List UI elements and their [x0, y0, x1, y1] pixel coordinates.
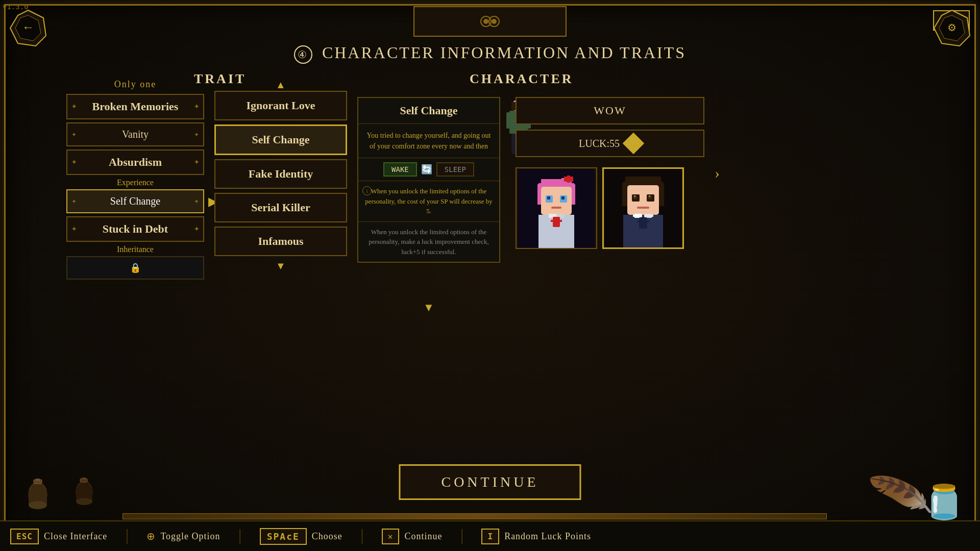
sleep-button[interactable]: SLEEP: [436, 162, 474, 177]
toggle-separator: 🔄: [421, 164, 432, 175]
svg-rect-49: [637, 207, 649, 209]
detail-scroll-down[interactable]: ▼: [357, 301, 500, 314]
svg-text:←: ←: [22, 20, 34, 34]
scroll-up-arrow[interactable]: ▲: [214, 79, 347, 91]
experience-label: Experience: [66, 178, 204, 187]
scroll-down-arrow[interactable]: ▼: [214, 260, 347, 272]
inheritance-label: Inheritance: [66, 245, 204, 254]
svg-rect-25: [567, 176, 570, 183]
character-portraits: ›: [516, 167, 704, 249]
detail-effect-1: i When you unlock the limited options of…: [358, 181, 499, 222]
only-one-label: Only one: [66, 79, 204, 90]
bottom-hotkey-bar: ESC Close Interface │ ⊕ Toggle Option │ …: [0, 520, 980, 551]
top-center-decoration: [413, 6, 567, 37]
character-name-box: WOW: [516, 97, 704, 124]
lock-icon: 🔒: [130, 262, 141, 273]
trait-vanity[interactable]: Vanity: [66, 122, 204, 146]
detail-description: You tried to change yourself, and going …: [358, 124, 499, 158]
esc-key-badge[interactable]: ESC: [10, 529, 39, 544]
trait-stuck-in-debt[interactable]: Stuck in Debt: [66, 216, 204, 242]
svg-rect-31: [551, 207, 561, 209]
decorative-bottles: [26, 474, 107, 525]
svg-rect-14: [506, 112, 511, 129]
space-key-badge[interactable]: SPAcE: [260, 528, 307, 545]
option-ignorant-love[interactable]: Ignorant Love: [214, 91, 347, 120]
separator-1: │: [122, 530, 131, 543]
continue-button[interactable]: CONTINUE: [399, 464, 581, 500]
toggle-option-label: Toggle Option: [160, 531, 220, 542]
inkwell-decoration: 🫙: [923, 483, 965, 521]
detail-title: Self Change: [358, 98, 499, 124]
svg-rect-53: [633, 215, 642, 217]
info-icon-1: i: [362, 186, 372, 195]
option-infamous[interactable]: Infamous: [214, 227, 347, 256]
svg-point-3: [492, 19, 497, 24]
svg-point-66: [76, 498, 92, 505]
wake-sleep-toggle: WAKE 🔄 SLEEP: [358, 158, 499, 181]
page-title: ④ CHARACTER INFORMATION AND TRAITS: [0, 43, 980, 64]
svg-rect-11: [511, 102, 516, 110]
step-indicator: ④: [294, 45, 312, 64]
svg-rect-30: [561, 196, 565, 199]
trait-self-change[interactable]: Self Change ▶: [66, 189, 204, 213]
hotkey-group-x: ✕ Continue: [382, 529, 443, 544]
trait-left-panel: Only one Broken Memories Vanity Absurdis…: [66, 79, 204, 283]
svg-rect-48: [649, 195, 650, 197]
trait-detail-panel: Self Change You tried to change yourself…: [357, 97, 500, 263]
choose-label: Choose: [312, 531, 342, 542]
svg-point-60: [29, 501, 47, 509]
option-serial-killer[interactable]: Serial Killer: [214, 193, 347, 222]
portrait-pink-hair[interactable]: [516, 167, 597, 249]
toggle-icon: ⊕: [146, 530, 155, 542]
next-portrait-arrow[interactable]: ›: [715, 164, 720, 182]
svg-text:⚙: ⚙: [947, 22, 957, 33]
separator-4: │: [457, 530, 466, 543]
svg-rect-68: [82, 478, 86, 480]
option-fake-identity[interactable]: Fake Identity: [214, 159, 347, 189]
svg-rect-56: [637, 220, 649, 222]
svg-point-1: [483, 19, 488, 24]
trait-absurdism[interactable]: Absurdism: [66, 149, 204, 175]
svg-rect-62: [36, 479, 40, 481]
close-interface-label: Close Interface: [44, 531, 107, 542]
svg-rect-47: [634, 195, 635, 197]
svg-rect-54: [644, 215, 653, 217]
svg-rect-29: [547, 196, 550, 199]
luck-box: LUCK:55: [516, 130, 704, 157]
hotkey-group-space: SPAcE Choose: [260, 528, 342, 545]
separator-3: │: [358, 530, 366, 543]
hotkey-group-toggle: ⊕ Toggle Option: [146, 530, 220, 542]
svg-rect-55: [639, 217, 647, 229]
hotkey-group-esc: ESC Close Interface: [10, 529, 107, 544]
character-section-header: CHARACTER: [470, 71, 574, 87]
continue-hotkey-label: Continue: [404, 531, 442, 542]
svg-rect-36: [551, 220, 562, 222]
portrait-brown-hair[interactable]: [602, 167, 684, 249]
hotkey-group-i: I Random Luck Points: [481, 529, 591, 544]
trait-broken-memories[interactable]: Broken Memories: [66, 94, 204, 119]
option-self-change[interactable]: Self Change: [214, 124, 347, 155]
wake-button[interactable]: WAKE: [383, 162, 417, 177]
character-panel: WOW LUCK:55: [516, 97, 704, 249]
x-key-badge[interactable]: ✕: [382, 529, 400, 544]
luck-diamond-icon: [623, 133, 644, 154]
random-luck-label: Random Luck Points: [504, 531, 591, 542]
i-key-badge[interactable]: I: [481, 529, 499, 544]
trait-locked: 🔒: [66, 256, 204, 280]
trait-middle-panel: ▲ Ignorant Love Self Change Fake Identit…: [214, 79, 347, 272]
ruler-decoration: [122, 513, 827, 519]
detail-effect-2: When you unlock the limited options of t…: [358, 222, 499, 262]
separator-2: │: [236, 530, 244, 543]
